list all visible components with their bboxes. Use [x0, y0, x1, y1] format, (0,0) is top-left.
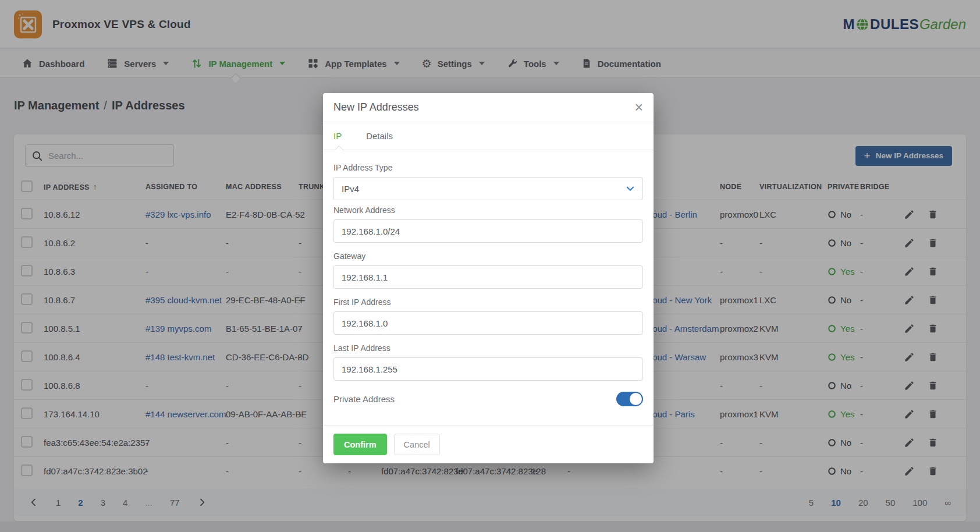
- last-ip-address-field[interactable]: [333, 357, 643, 381]
- modal-header: New IP Addresses ×: [323, 93, 654, 122]
- field-label: Last IP Address: [333, 343, 643, 353]
- ip-address-type-select[interactable]: IPv4: [333, 177, 643, 200]
- toggle-label: Private Address: [333, 394, 395, 404]
- cancel-button[interactable]: Cancel: [394, 434, 440, 455]
- tab-details[interactable]: Details: [366, 131, 393, 141]
- private-address-toggle[interactable]: [616, 392, 643, 406]
- close-icon[interactable]: ×: [634, 100, 643, 115]
- new-ip-addresses-modal: New IP Addresses × IP Details IP Address…: [323, 93, 654, 463]
- tab-ip[interactable]: IP: [333, 131, 342, 141]
- private-address-row: Private Address: [333, 392, 643, 406]
- field-label: Gateway: [333, 251, 643, 261]
- select-value: IPv4: [342, 184, 359, 194]
- modal-tabs: IP Details: [323, 122, 654, 150]
- modal-title: New IP Addresses: [333, 101, 419, 114]
- chevron-down-icon: [624, 182, 637, 195]
- modal-footer: Confirm Cancel: [323, 425, 654, 463]
- confirm-button[interactable]: Confirm: [333, 434, 387, 455]
- field-label: First IP Address: [333, 297, 643, 307]
- network-address-field[interactable]: [333, 219, 643, 243]
- field-label: Network Address: [333, 205, 643, 215]
- first-ip-address-field[interactable]: [333, 311, 643, 335]
- field-label: IP Address Type: [333, 163, 643, 172]
- modal-body: IP Address Type IPv4 Network Address Gat…: [323, 150, 654, 425]
- toggle-knob: [630, 393, 642, 405]
- gateway-field[interactable]: [333, 265, 643, 289]
